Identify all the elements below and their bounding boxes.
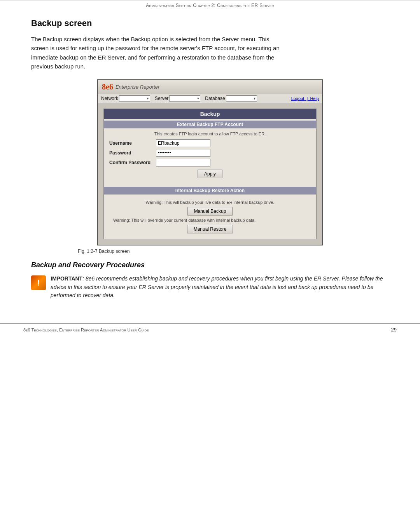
footer-left: 8e6 Technologies, Enterprise Reporter Ad… bbox=[23, 328, 149, 332]
internal-warning1: Warning: This will backup your live data… bbox=[109, 200, 311, 205]
network-menu-item[interactable]: Network bbox=[101, 95, 150, 102]
server-dropdown-wrap[interactable] bbox=[169, 95, 200, 102]
server-dropdown[interactable] bbox=[169, 95, 200, 102]
panel-title: Backup bbox=[104, 109, 316, 119]
external-section-body: This creates FTP login account to allow … bbox=[104, 128, 316, 183]
server-menu-item[interactable]: Server bbox=[155, 95, 200, 102]
backup-panel: Backup External Backup FTP Account This … bbox=[103, 109, 317, 239]
network-dropdown-wrap[interactable] bbox=[119, 95, 150, 102]
important-icon-inner: ! bbox=[31, 275, 46, 290]
password-row: Password bbox=[109, 149, 311, 157]
important-body: : 8e6 recommends establishing backup and… bbox=[51, 275, 383, 298]
menubar: Network Server Database bbox=[98, 94, 322, 103]
external-desc: This creates FTP login account to allow … bbox=[109, 131, 311, 136]
important-box: ! IMPORTANT: 8e6 recommends establishing… bbox=[31, 275, 389, 300]
logo-text: Enterprise Reporter bbox=[116, 84, 159, 90]
network-label: Network bbox=[101, 96, 118, 101]
important-text: IMPORTANT: 8e6 recommends establishing b… bbox=[51, 275, 389, 300]
app-body: Backup External Backup FTP Account This … bbox=[98, 103, 322, 245]
app-titlebar: 8e6 Enterprise Reporter bbox=[98, 80, 322, 94]
apply-button[interactable]: Apply bbox=[198, 170, 222, 178]
network-dropdown[interactable] bbox=[119, 95, 150, 102]
server-label: Server bbox=[155, 96, 168, 101]
internal-section-bar: Internal Backup Restore Action bbox=[104, 187, 316, 195]
page-number: 29 bbox=[391, 327, 397, 333]
external-section-bar: External Backup FTP Account bbox=[104, 121, 316, 128]
username-label: Username bbox=[109, 140, 156, 146]
database-dropdown-wrap[interactable] bbox=[226, 95, 257, 102]
username-row: Username bbox=[109, 139, 311, 147]
internal-warning2: Warning: This will override your current… bbox=[113, 218, 307, 223]
internal-section-body: Warning: This will backup your live data… bbox=[104, 195, 316, 239]
logo-number: 8e6 bbox=[102, 82, 113, 91]
screenshot: 8e6 Enterprise Reporter Network Server bbox=[97, 79, 323, 245]
manual-restore-button[interactable]: Manual Restore bbox=[187, 225, 233, 233]
database-label: Database bbox=[205, 96, 225, 101]
logout-link[interactable]: Logout | Help bbox=[291, 96, 319, 101]
page-header: Administrator Section Chapter 2: Configu… bbox=[0, 0, 420, 11]
main-content: Backup screen The Backup screen displays… bbox=[0, 11, 420, 312]
username-input[interactable] bbox=[156, 139, 210, 147]
sub-section-title: Backup and Recovery Procedures bbox=[31, 261, 389, 269]
intro-paragraph: The Backup screen displays when the Back… bbox=[31, 35, 280, 71]
password-input[interactable] bbox=[156, 149, 210, 157]
confirm-row: Confirm Password bbox=[109, 159, 311, 166]
header-text: Administrator Section Chapter 2: Configu… bbox=[146, 3, 274, 8]
page-footer: 8e6 Technologies, Enterprise Reporter Ad… bbox=[0, 323, 420, 336]
section-title: Backup screen bbox=[31, 18, 389, 28]
confirm-input[interactable] bbox=[156, 159, 210, 166]
manual-backup-button[interactable]: Manual Backup bbox=[187, 207, 233, 216]
important-icon: ! bbox=[31, 275, 46, 290]
password-label: Password bbox=[109, 150, 156, 156]
database-menu-item[interactable]: Database bbox=[205, 95, 257, 102]
fig-caption: Fig. 1:2-7 Backup screen bbox=[31, 249, 389, 254]
database-dropdown[interactable] bbox=[226, 95, 257, 102]
confirm-label: Confirm Password bbox=[109, 160, 156, 165]
important-label: IMPORTANT bbox=[51, 275, 82, 282]
